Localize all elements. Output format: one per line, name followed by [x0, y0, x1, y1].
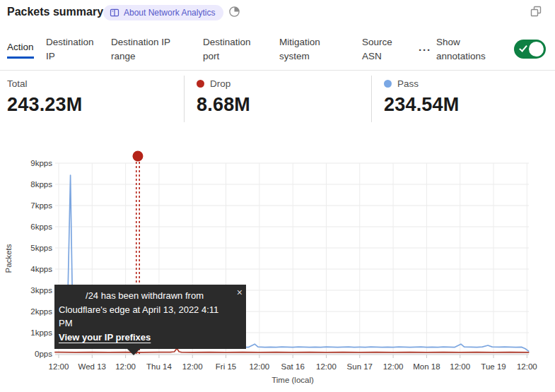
- series-line-drop: [55, 348, 529, 352]
- data-freshness-pie-icon[interactable]: [228, 6, 240, 18]
- tab-action[interactable]: Action: [7, 32, 34, 66]
- book-icon: [110, 8, 119, 18]
- annotation-tooltip: /24 has been withdrawn from Cloudflare's…: [54, 285, 246, 349]
- stat-total: Total 243.23M: [7, 78, 82, 116]
- tab-destination-ip-range[interactable]: Destination IP range: [111, 32, 179, 66]
- x-tick-label: Thu 14: [146, 362, 172, 371]
- stat-total-value: 243.23M: [7, 94, 82, 116]
- x-tick-label: Wed 13: [78, 362, 106, 371]
- close-icon[interactable]: ×: [237, 285, 243, 300]
- x-tick-label: Mon 18: [413, 362, 440, 371]
- tab-destination-ip[interactable]: Destination IP: [46, 32, 103, 66]
- x-tick-label: 12:00: [182, 362, 203, 371]
- stat-pass-label: Pass: [397, 78, 419, 89]
- more-tabs-icon[interactable]: ···: [419, 32, 431, 66]
- x-axis-title: Time (local): [271, 376, 314, 384]
- x-tick-label: 12:00: [49, 362, 69, 371]
- y-axis-title: Packets: [4, 244, 13, 273]
- annotation-marker-dot[interactable]: [132, 151, 143, 162]
- y-tick-label: 8kpps: [30, 180, 52, 189]
- view-ip-prefixes-link[interactable]: View your IP prefixes: [59, 331, 151, 345]
- stat-drop-value: 8.68M: [197, 94, 250, 116]
- stat-divider: [371, 76, 372, 122]
- show-annotations-toggle[interactable]: [514, 40, 546, 59]
- stat-total-label: Total: [7, 78, 28, 89]
- tab-destination-port[interactable]: Destination port: [203, 32, 261, 66]
- about-network-analytics-badge[interactable]: About Network Analytics: [103, 5, 223, 20]
- y-tick-label: 9kpps: [30, 159, 52, 167]
- x-tick-label: 12:00: [316, 362, 337, 371]
- y-tick-label: 2kpps: [30, 307, 52, 316]
- pass-legend-dot: [384, 80, 392, 88]
- x-tick-label: 12:00: [249, 362, 269, 371]
- y-tick-label: 6kpps: [30, 222, 52, 231]
- tooltip-text-line2: Cloudflare's edge at April 13, 2022 4:11…: [59, 303, 230, 331]
- check-icon: [519, 43, 527, 52]
- dimension-tabs: Action Destination IP Destination IP ran…: [0, 31, 555, 71]
- tooltip-pointer: [127, 349, 140, 355]
- drop-legend-dot: [197, 80, 204, 88]
- y-tick-label: 7kpps: [30, 201, 52, 210]
- x-tick-label: Tue 19: [481, 362, 506, 371]
- about-badge-label: About Network Analytics: [124, 8, 215, 18]
- packets-summary-panel: Packets summary About Network Analytics: [0, 0, 555, 392]
- tooltip-text-line1: /24 has been withdrawn from: [59, 289, 230, 303]
- x-tick-label: 12:00: [450, 362, 470, 371]
- popout-icon[interactable]: [530, 5, 542, 18]
- y-tick-label: 3kpps: [30, 286, 52, 295]
- y-tick-label: 1kpps: [30, 328, 52, 337]
- x-tick-label: Sat 16: [281, 362, 305, 371]
- stat-pass-value: 234.54M: [384, 94, 459, 116]
- tab-source-asn[interactable]: Source ASN: [362, 32, 402, 66]
- x-tick-label: Fri 15: [216, 362, 236, 371]
- x-tick-label: 12:00: [517, 362, 537, 371]
- toggle-knob: [529, 42, 544, 57]
- show-annotations-label: Show annotations: [436, 32, 500, 66]
- stat-drop: Drop 8.68M: [197, 78, 250, 116]
- packets-time-series-chart: 0pps1kpps2kpps3kpps4kpps5kpps6kpps7kpps8…: [0, 145, 555, 392]
- x-tick-label: Sun 17: [347, 362, 373, 371]
- y-tick-label: 4kpps: [30, 265, 52, 273]
- y-tick-label: 0pps: [35, 350, 52, 358]
- x-tick-label: 12:00: [115, 362, 136, 371]
- stat-divider: [184, 76, 185, 122]
- summary-stats: Total 243.23M Drop 8.68M Pass 234.54M: [0, 71, 555, 126]
- y-tick-label: 5kpps: [30, 244, 52, 252]
- stat-drop-label: Drop: [210, 78, 230, 89]
- chart-canvas: 0pps1kpps2kpps3kpps4kpps5kpps6kpps7kpps8…: [0, 145, 555, 392]
- tab-mitigation-system[interactable]: Mitigation system: [279, 32, 337, 66]
- panel-header: Packets summary About Network Analytics: [0, 0, 555, 27]
- page-title: Packets summary: [7, 6, 103, 18]
- stat-pass: Pass 234.54M: [384, 78, 459, 116]
- x-tick-label: 12:00: [383, 362, 404, 371]
